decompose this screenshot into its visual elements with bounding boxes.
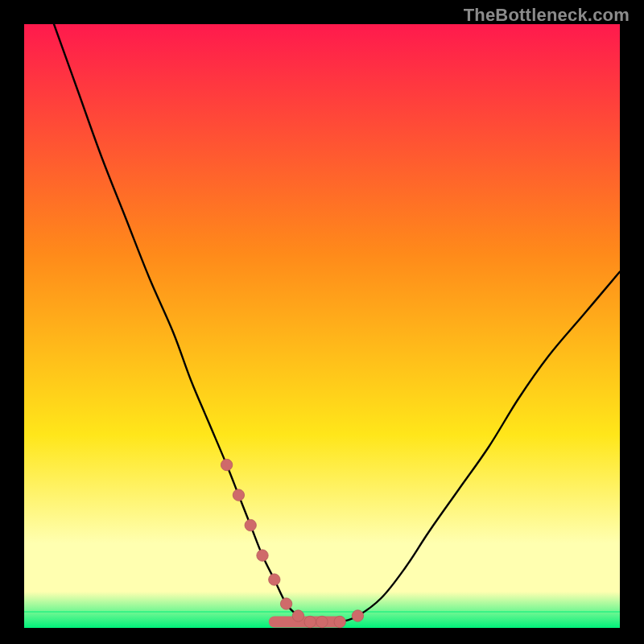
- watermark-text: TheBottleneck.com: [464, 5, 630, 26]
- chart-frame: TheBottleneck.com: [0, 0, 644, 644]
- fit-marker-dot: [352, 610, 363, 621]
- fit-marker-dot: [221, 459, 232, 470]
- fit-marker-dot: [233, 489, 244, 501]
- fit-marker-dot: [257, 550, 268, 561]
- chart-canvas: [0, 0, 644, 644]
- fit-marker-dot: [334, 616, 345, 627]
- fit-marker-dot: [292, 610, 303, 621]
- fit-marker-dot: [304, 616, 316, 627]
- gradient-background: [24, 24, 620, 628]
- fit-marker-dot: [269, 574, 280, 585]
- fit-marker-dot: [280, 598, 291, 609]
- fit-marker-dot: [245, 519, 256, 530]
- fit-marker-dot: [316, 616, 328, 627]
